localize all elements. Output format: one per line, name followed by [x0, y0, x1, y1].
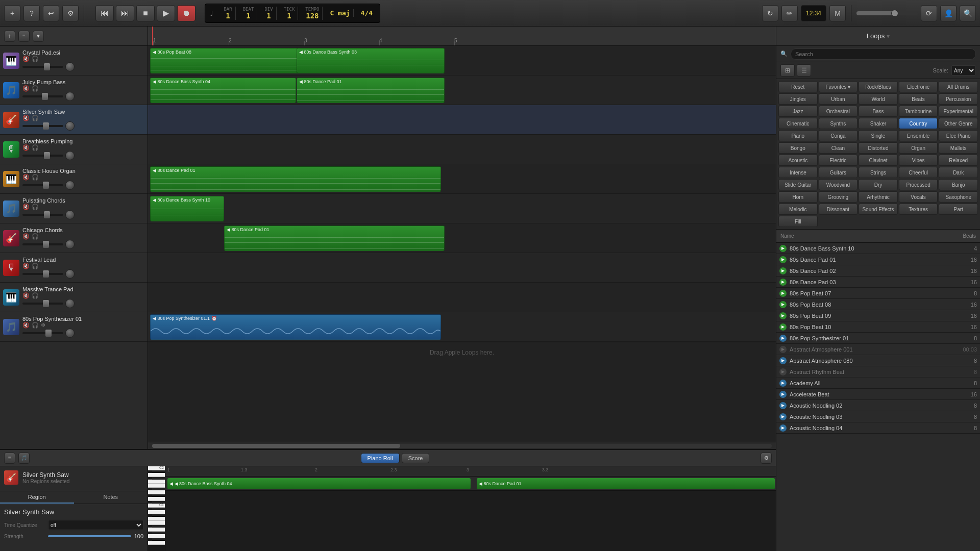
cat-bass[interactable]: Bass [859, 106, 898, 117]
cat-jazz[interactable]: Jazz [778, 106, 818, 117]
loop-play-icon[interactable]: ▶ [779, 380, 787, 387]
piano-key[interactable] [148, 528, 165, 532]
piano-roll-view[interactable]: 🎵 [18, 453, 30, 464]
track-item[interactable]: 🎵 Pulsating Chords 🔇 🎧 [0, 194, 148, 223]
track-item[interactable]: 🎹 Classic House Organ 🔇 🎧 [0, 164, 148, 194]
track-fader[interactable] [22, 214, 63, 216]
track-item[interactable]: 🎙 Festival Lead 🔇 🎧 [0, 253, 148, 283]
cat-electronic[interactable]: Electronic [899, 81, 938, 92]
cat-organ[interactable]: Organ [899, 142, 938, 154]
region[interactable]: ◀ 80s Dance Bass Synth 03 [297, 48, 445, 73]
track-item[interactable]: 🎹 Massive Trance Pad 🔇 🎧 [0, 283, 148, 312]
cat-percussion[interactable]: Percussion [939, 93, 978, 105]
lcd-tempo[interactable]: Tempo 128 [302, 7, 323, 20]
loop-item[interactable]: ▶ 80s Pop Beat 09 16 [776, 310, 980, 321]
cat-other-genre[interactable]: Other Genre [939, 118, 978, 129]
cat-intense[interactable]: Intense [778, 167, 818, 178]
lcd-signature[interactable]: 4/4 [358, 9, 376, 17]
track-fader[interactable] [22, 125, 63, 127]
cat-shaker[interactable]: Shaker [859, 118, 898, 129]
cat-melodic[interactable]: Melodic [778, 204, 818, 215]
track-lane[interactable] [148, 253, 776, 283]
piano-key[interactable] [148, 473, 165, 477]
track-lane[interactable]: ◀ 80s Dance Bass Synth 10 [148, 194, 776, 223]
cat-piano[interactable]: Piano [778, 130, 818, 141]
solo-icon[interactable]: 🎧 [32, 292, 39, 299]
track-lane[interactable]: ◀ 80s Pop Synthesizer 01.1 ⏰ [148, 312, 776, 342]
loop-item[interactable]: ▶ 80s Pop Beat 10 16 [776, 321, 980, 333]
add-track-small-button[interactable]: + [4, 31, 15, 42]
region[interactable]: ◀ 80s Dance Bass Synth 04 [150, 78, 296, 103]
cat-rock-blues[interactable]: Rock/Blues [859, 81, 898, 92]
cat-strings[interactable]: Strings [859, 167, 898, 178]
play-button[interactable]: ▶ [157, 5, 175, 21]
mute-icon[interactable]: 🔇 [22, 56, 30, 62]
pr-region[interactable]: ◀ ◀ 80s Dance Bass Synth 04 [167, 478, 471, 489]
loop-item[interactable]: ▶ 80s Pop Synthesizer 01 8 [776, 333, 980, 344]
cat-beats[interactable]: Beats [899, 93, 938, 105]
time-quantize-select[interactable]: off 1/4 1/8 1/16 [48, 520, 143, 530]
region[interactable]: ◀ 80s Dance Bass Synth 10 [150, 196, 224, 221]
piano-key[interactable] [148, 490, 165, 494]
track-pan[interactable] [65, 240, 75, 249]
solo-icon[interactable]: 🎧 [32, 144, 39, 151]
track-lane[interactable]: ◀ 80s Dance Pad 01 [148, 223, 776, 253]
loop-item[interactable]: ▶ 80s Dance Pad 02 16 [776, 265, 980, 277]
pr-region-2[interactable]: ◀ 80s Dance Pad 01 [477, 478, 775, 489]
solo-icon[interactable]: 🎧 [32, 322, 39, 329]
piano-key[interactable] [148, 517, 165, 521]
help-button[interactable]: ? [23, 5, 40, 21]
track-pan[interactable] [65, 151, 75, 160]
mute-icon[interactable]: 🔇 [22, 115, 30, 121]
loop-play-icon[interactable]: ▶ [779, 424, 787, 432]
piano-key[interactable] [148, 484, 165, 488]
add-track-button[interactable]: + [4, 5, 20, 21]
cat-all-drums[interactable]: All Drums [939, 81, 978, 92]
loop-item[interactable]: ▶ Accelerate Beat 16 [776, 389, 980, 400]
mute-icon[interactable]: 🔇 [22, 292, 30, 299]
mute-icon[interactable]: 🔇 [22, 233, 30, 240]
track-pan[interactable] [65, 210, 75, 219]
mute-icon[interactable]: 🔇 [22, 263, 30, 269]
piano-key[interactable]: C1 [148, 504, 165, 508]
cat-synths[interactable]: Synths [819, 118, 858, 129]
cat-urban[interactable]: Urban [819, 93, 858, 105]
loop-play-icon[interactable]: ▶ [779, 357, 787, 364]
region-tab[interactable]: Region [0, 491, 74, 504]
fastforward-button[interactable]: ⏭ [116, 5, 134, 21]
track-lane[interactable]: ◀ 80s Pop Beat 08 ◀ 80s Dance Bass Synth… [148, 46, 776, 76]
cat-elec-piano[interactable]: Elec Piano [939, 130, 978, 141]
cat-country[interactable]: Country [899, 118, 938, 129]
loop-play-icon[interactable]: ▶ [779, 301, 787, 308]
loops-list[interactable]: Name Beats ▶ 80s Dance Bass Synth 10 4 ▶… [776, 230, 980, 551]
track-fader[interactable] [22, 273, 63, 275]
track-fader[interactable] [22, 184, 63, 186]
mute-icon[interactable]: 🔇 [22, 144, 30, 151]
solo-icon[interactable]: 🎧 [32, 115, 39, 121]
track-pan[interactable] [65, 181, 75, 190]
loop-play-icon[interactable]: ▶ [779, 290, 787, 297]
cat-woodwind[interactable]: Woodwind [819, 179, 858, 190]
track-lane[interactable]: ◀ 80s Dance Pad 01 [148, 164, 776, 194]
loop-play-icon[interactable]: ▶ [779, 413, 787, 420]
cat-arhythmic[interactable]: Arhythmic [859, 191, 898, 203]
solo-icon[interactable]: 🎧 [32, 56, 39, 62]
cat-vibes[interactable]: Vibes [899, 155, 938, 166]
cat-horn[interactable]: Horn [778, 191, 818, 203]
solo-icon[interactable]: 🎧 [32, 85, 39, 92]
cat-dry[interactable]: Dry [859, 179, 898, 190]
cat-textures[interactable]: Textures [899, 204, 938, 215]
track-pan[interactable] [65, 299, 75, 308]
cat-dissonant[interactable]: Dissonant [819, 204, 858, 215]
loop-play-icon[interactable]: ▶ [779, 312, 787, 319]
cat-clean[interactable]: Clean [819, 142, 858, 154]
loop-item[interactable]: ▶ Acoustic Noodling 04 8 [776, 422, 980, 434]
cat-clavinet[interactable]: Clavinet [859, 155, 898, 166]
track-item[interactable]: 🎙 Breathless Pumping 🔇 🎧 [0, 135, 148, 164]
loop-play-icon[interactable]: ▶ [779, 335, 787, 342]
piano-keyboard[interactable]: C2 C1 [148, 466, 165, 551]
cat-single[interactable]: Single [859, 130, 898, 141]
mute-icon[interactable]: 🔇 [22, 204, 30, 210]
piano-roll-grid[interactable]: 1 1.3 2 2.3 3 3.3 ◀ ◀ 80s Dance Bass Syn… [165, 466, 776, 551]
track-lane[interactable] [148, 135, 776, 164]
